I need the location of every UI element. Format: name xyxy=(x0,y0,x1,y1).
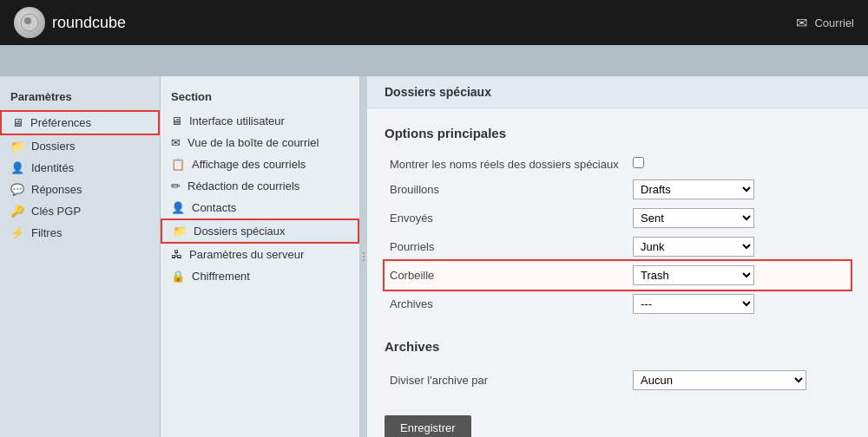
pref-icon: 🖥 xyxy=(12,116,23,129)
section-item-redaction-label: Rédaction de courriels xyxy=(187,179,299,192)
drag-handle-dots xyxy=(363,252,365,261)
section-item-vue-boite[interactable]: ✉ Vue de la boîte de courriel xyxy=(161,132,359,153)
redaction-icon: ✏ xyxy=(171,179,181,192)
drag-dot-1 xyxy=(363,252,365,254)
sidebar-parametres: Paramètres 🖥 Préférences 📁 Dossiers 👤 Id… xyxy=(0,76,161,437)
logo: roundcube xyxy=(14,7,126,38)
label-montrer-noms: Montrer les noms réels des dossiers spéc… xyxy=(385,153,628,175)
monitor-icon: 🖥 xyxy=(171,114,182,127)
table-row-montrer-noms: Montrer les noms réels des dossiers spéc… xyxy=(385,153,851,175)
drag-dot-3 xyxy=(363,259,365,261)
section-item-interface-label: Interface utilisateur xyxy=(189,114,285,127)
control-diviser-archive: Aucun Année Mois Semaine Jour xyxy=(628,366,851,395)
drag-handle[interactable] xyxy=(360,76,367,437)
select-archives[interactable]: --- Archives Drafts Sent Junk Trash xyxy=(633,294,754,314)
section-item-parametres-serveur-label: Paramètres du serveur xyxy=(189,248,304,261)
section-item-affichage[interactable]: 📋 Affichage des courriels xyxy=(161,153,359,175)
table-row-pourriels: Pourriels Drafts Sent Junk Trash --- xyxy=(385,232,851,261)
mail-icon-header: ✉ xyxy=(796,15,807,31)
options-table: Montrer les noms réels des dossiers spéc… xyxy=(385,153,851,318)
label-envoyes: Envoyés xyxy=(385,204,628,232)
label-diviser-archive: Diviser l'archive par xyxy=(385,366,628,395)
sidebar-item-filtres-label: Filtres xyxy=(31,226,62,239)
control-montrer-noms xyxy=(628,153,851,175)
section-item-dossiers-speciaux-label: Dossiers spéciaux xyxy=(194,225,286,238)
select-brouillons[interactable]: Drafts Sent Junk Trash --- xyxy=(633,179,754,199)
identites-icon: 👤 xyxy=(10,161,24,174)
control-corbeille: Drafts Sent Junk Trash --- xyxy=(628,261,851,290)
section-item-chiffrement[interactable]: 🔒 Chiffrement xyxy=(161,265,359,287)
table-row-archives-select: Archives --- Archives Drafts Sent Junk T… xyxy=(385,290,851,318)
table-row-diviser-archive: Diviser l'archive par Aucun Année Mois S… xyxy=(385,366,851,395)
control-archives-select: --- Archives Drafts Sent Junk Trash xyxy=(628,290,851,318)
section-item-redaction[interactable]: ✏ Rédaction de courriels xyxy=(161,175,359,197)
sidebar-item-dossiers-label: Dossiers xyxy=(31,140,76,153)
lock-icon: 🔒 xyxy=(171,270,185,283)
save-button[interactable]: Enregistrer xyxy=(385,415,471,437)
sidebar-item-preferences-label: Préférences xyxy=(30,116,91,129)
content-body: Options principales Montrer les noms rée… xyxy=(367,108,868,437)
sidebar-item-cles-pgp-label: Clés PGP xyxy=(31,205,81,218)
control-brouillons: Drafts Sent Junk Trash --- xyxy=(628,175,851,204)
toolbar-bar xyxy=(0,45,868,76)
filtres-icon: ⚡ xyxy=(10,226,24,239)
control-envoyes: Drafts Sent Junk Trash --- xyxy=(628,204,851,232)
server-icon: 🖧 xyxy=(171,248,182,261)
archives-section-title: Archives xyxy=(385,339,851,354)
label-corbeille: Corbeille xyxy=(385,261,628,290)
header-right: ✉ Courriel xyxy=(796,15,854,31)
app-header: roundcube ✉ Courriel xyxy=(0,0,868,45)
inbox-icon: ✉ xyxy=(171,136,181,149)
main-content: Dossiers spéciaux Options principales Mo… xyxy=(367,76,868,437)
sidebar-middle-title: Section xyxy=(161,87,359,110)
cles-icon: 🔑 xyxy=(10,205,24,218)
contacts-icon: 👤 xyxy=(171,201,185,214)
content-header: Dossiers spéciaux xyxy=(367,76,868,108)
select-diviser-archive[interactable]: Aucun Année Mois Semaine Jour xyxy=(633,370,806,390)
section-item-dossiers-speciaux[interactable]: 📁 Dossiers spéciaux xyxy=(161,218,359,244)
section-item-contacts-label: Contacts xyxy=(192,201,236,214)
reponses-icon: 💬 xyxy=(10,183,24,196)
folder-special-icon: 📁 xyxy=(173,225,187,238)
courriel-label: Courriel xyxy=(814,16,854,29)
label-archives-select: Archives xyxy=(385,290,628,318)
table-row-envoyes: Envoyés Drafts Sent Junk Trash --- xyxy=(385,204,851,232)
sidebar-item-identites[interactable]: 👤 Identités xyxy=(0,157,160,179)
section-item-interface[interactable]: 🖥 Interface utilisateur xyxy=(161,110,359,132)
control-pourriels: Drafts Sent Junk Trash --- xyxy=(628,232,851,261)
table-row-corbeille: Corbeille Drafts Sent Junk Trash --- xyxy=(385,261,851,290)
logo-icon xyxy=(14,7,45,38)
section-item-contacts[interactable]: 👤 Contacts xyxy=(161,197,359,218)
svg-point-1 xyxy=(24,17,31,24)
select-pourriels[interactable]: Drafts Sent Junk Trash --- xyxy=(633,237,754,257)
section-item-vue-boite-label: Vue de la boîte de courriel xyxy=(187,136,319,149)
label-brouillons: Brouillons xyxy=(385,175,628,204)
archives-table: Diviser l'archive par Aucun Année Mois S… xyxy=(385,366,851,395)
dossiers-icon: 📁 xyxy=(10,140,24,153)
main-layout: Paramètres 🖥 Préférences 📁 Dossiers 👤 Id… xyxy=(0,76,868,437)
options-principales-title: Options principales xyxy=(385,126,851,140)
sidebar-item-reponses-label: Réponses xyxy=(31,183,82,196)
affichage-icon: 📋 xyxy=(171,158,185,171)
sidebar-item-identites-label: Identités xyxy=(31,161,74,174)
page-title: Dossiers spéciaux xyxy=(385,85,491,99)
sidebar-item-dossiers[interactable]: 📁 Dossiers xyxy=(0,135,160,157)
select-envoyes[interactable]: Drafts Sent Junk Trash --- xyxy=(633,208,754,228)
sidebar-item-filtres[interactable]: ⚡ Filtres xyxy=(0,222,160,244)
logo-text: roundcube xyxy=(52,14,126,32)
checkbox-montrer-noms[interactable] xyxy=(633,157,644,168)
sidebar-section: Section 🖥 Interface utilisateur ✉ Vue de… xyxy=(161,76,360,437)
label-pourriels: Pourriels xyxy=(385,232,628,261)
table-row-brouillons: Brouillons Drafts Sent Junk Trash --- xyxy=(385,175,851,204)
section-item-parametres-serveur[interactable]: 🖧 Paramètres du serveur xyxy=(161,244,359,265)
section-item-chiffrement-label: Chiffrement xyxy=(192,270,250,283)
sidebar-item-preferences[interactable]: 🖥 Préférences xyxy=(0,110,160,135)
sidebar-item-reponses[interactable]: 💬 Réponses xyxy=(0,179,160,200)
drag-dot-2 xyxy=(363,256,365,258)
sidebar-left-title: Paramètres xyxy=(0,87,160,110)
section-item-affichage-label: Affichage des courriels xyxy=(192,158,306,171)
select-corbeille[interactable]: Drafts Sent Junk Trash --- xyxy=(633,265,754,285)
sidebar-item-cles-pgp[interactable]: 🔑 Clés PGP xyxy=(0,200,160,222)
